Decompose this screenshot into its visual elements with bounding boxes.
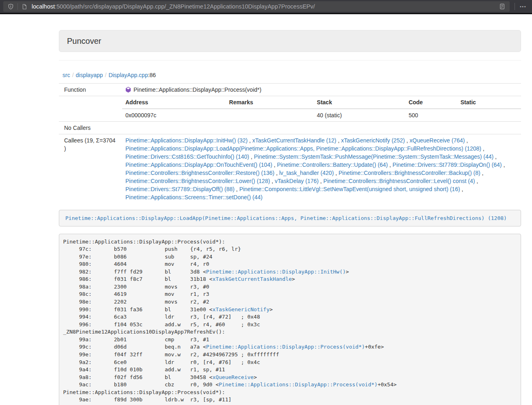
callee-link[interactable]: vTaskDelay (176) (275, 178, 319, 184)
callee-separator: , (460, 186, 463, 192)
breadcrumb-line-number: :86 (148, 72, 156, 78)
breadcrumb: src/displayapp/DisplayApp.cpp:86 (62, 71, 521, 79)
disassembly: Pinetime::Applications::DisplayApp::Proc… (59, 234, 521, 405)
callee-separator: , (388, 162, 393, 168)
callee-separator: , (274, 170, 279, 176)
callee-separator: , (480, 170, 484, 176)
asm-symbol-link[interactable]: Pinetime::Applications::DisplayApp::Proc… (206, 344, 365, 350)
callee-link[interactable]: Pinetime::Applications::Screens::Timer::… (125, 194, 263, 200)
asm-symbol-link[interactable]: xTaskGetCurrentTaskHandle (212, 276, 292, 282)
callees-line: Pinetime::Applications::DisplayApp::Load… (125, 144, 518, 153)
col-stack: Stack (314, 96, 405, 109)
callees-line: Pinetime::Controllers::BrightnessControl… (125, 177, 518, 185)
page-icon[interactable] (19, 4, 29, 10)
page-title: Puncover (67, 37, 101, 45)
callee-separator: , (272, 162, 277, 168)
breadcrumb-link-displayapp[interactable]: displayapp (76, 72, 103, 78)
breadcrumb-separator: / (70, 72, 76, 78)
callee-separator: , (249, 153, 254, 160)
code-value: 500 (405, 109, 457, 121)
callee-link[interactable]: xTaskGenericNotify (252) (341, 137, 405, 144)
url-text[interactable]: localhost:5000/path/src/displayapp/Displ… (32, 1, 497, 12)
reader-mode-icon[interactable] (497, 3, 507, 10)
page-content: Puncover src/displayapp/DisplayApp.cpp:8… (59, 30, 521, 405)
function-stats-table: Address Remarks Stack Code Static 0x0000… (122, 96, 521, 121)
callees-line: Pinetime::Applications::DisplayApp::OnTo… (125, 161, 518, 169)
callees-line: Pinetime::Drivers::St7789::DisplayOff() … (125, 185, 518, 193)
url-host: localhost (32, 3, 55, 10)
callee-link[interactable]: Pinetime::Components::LittleVgl::SetNewT… (239, 186, 460, 192)
symbol-cube-icon (125, 87, 131, 93)
col-static: Static (457, 96, 521, 109)
remarks-value (226, 109, 314, 121)
callees-line: Pinetime::Applications::Screens::Timer::… (125, 193, 518, 201)
toolbar-separator (515, 3, 515, 10)
callee-separator: , (475, 178, 478, 184)
callee-link[interactable]: Pinetime::Applications::DisplayApp::Load… (125, 145, 481, 152)
callees-row: Callees (19, Σ=3704 ) Pinetime::Applicat… (59, 134, 521, 204)
address-bar[interactable]: localhost:5000/path/src/displayapp/Displ… (3, 1, 510, 12)
function-stats-row: Address Remarks Stack Code Static 0x0000… (59, 96, 521, 122)
asm-symbol-link[interactable]: xTaskGenericNotify (212, 306, 269, 312)
breadcrumb-separator: / (103, 72, 109, 78)
url-path: :5000/path/src/displayapp/DisplayApp.cpp… (55, 3, 315, 10)
function-label: Function (59, 84, 122, 96)
static-value (457, 109, 521, 121)
meatball-menu-icon[interactable]: ••• (517, 1, 529, 12)
shield-icon[interactable] (6, 4, 16, 10)
asm-symbol-link[interactable]: Pinetime::Applications::DisplayApp::Proc… (219, 381, 377, 388)
callee-separator: , (248, 137, 252, 144)
callee-link[interactable]: Pinetime::Applications::DisplayApp::OnTo… (125, 162, 272, 168)
callee-separator: , (405, 137, 410, 144)
highlighted-callee-link[interactable]: Pinetime::Applications::DisplayApp::Load… (65, 215, 507, 221)
asm-symbol-link[interactable]: Pinetime::Applications::DisplayApp::Init… (206, 269, 346, 275)
col-remarks: Remarks (226, 96, 314, 109)
callee-separator: , (334, 170, 339, 176)
callee-link[interactable]: Pinetime::Controllers::BrightnessControl… (338, 170, 480, 176)
callee-separator: , (493, 153, 497, 160)
callee-link[interactable]: Pinetime::Drivers::St7789::DisplayOff() … (125, 186, 235, 192)
callee-separator: , (270, 178, 275, 184)
urlbar-separator (17, 3, 18, 10)
breadcrumb-link-file[interactable]: DisplayApp.cpp (108, 72, 148, 78)
stack-value: 40 (static) (314, 109, 405, 121)
function-name: Pinetime::Applications::DisplayApp::Proc… (134, 86, 261, 93)
callee-link[interactable]: Pinetime::System::SystemTask::PushMessag… (254, 153, 494, 160)
callee-separator: , (235, 186, 239, 192)
callee-link[interactable]: xQueueReceive (764) (409, 137, 465, 144)
callee-link[interactable]: lv_task_handler (420) (279, 170, 334, 176)
callee-link[interactable]: Pinetime::Drivers::St7789::DisplayOn() (… (392, 162, 502, 168)
highlighted-callee-panel: Pinetime::Applications::DisplayApp::Load… (59, 210, 521, 226)
col-code: Code (405, 96, 457, 109)
asm-symbol-link[interactable]: xQueueReceive (212, 374, 254, 380)
browser-toolbar: localhost:5000/path/src/displayapp/Displ… (0, 0, 532, 14)
callee-separator: , (502, 162, 505, 168)
function-row: Function Pinetime::Applications::Display… (59, 84, 521, 96)
callees-line: Pinetime::Applications::DisplayApp::Init… (125, 136, 518, 144)
callees-label: Callees (19, Σ=3704 ) (59, 134, 122, 204)
callee-separator: , (319, 178, 323, 184)
divider (59, 60, 521, 60)
callee-link[interactable]: Pinetime::Controllers::BrightnessControl… (125, 170, 274, 176)
callee-link[interactable]: Pinetime::Controllers::BrightnessControl… (323, 178, 475, 184)
brand-panel: Puncover (59, 30, 521, 52)
stats-value-row: 0x0000097c 40 (static) 500 (122, 109, 521, 121)
callee-separator: , (336, 137, 341, 144)
callee-link[interactable]: Pinetime::Applications::DisplayApp::Init… (125, 137, 248, 144)
callee-separator: , (465, 137, 468, 144)
callees-list: Pinetime::Applications::DisplayApp::Init… (122, 134, 521, 204)
callee-link[interactable]: Pinetime::Controllers::Battery::Update()… (277, 162, 388, 168)
address-value: 0x0000097c (122, 109, 226, 121)
breadcrumb-link-src[interactable]: src (62, 72, 70, 78)
no-callers-label: No Callers (59, 122, 122, 134)
no-callers-row: No Callers (59, 122, 521, 134)
callee-link[interactable]: Pinetime::Controllers::BrightnessControl… (125, 178, 270, 184)
callee-link[interactable]: Pinetime::Drivers::Cst816S::GetTouchInfo… (125, 153, 249, 160)
callee-separator: , (481, 145, 485, 152)
function-info-table: Function Pinetime::Applications::Display… (59, 83, 521, 203)
callees-line: Pinetime::Drivers::Cst816S::GetTouchInfo… (125, 153, 518, 161)
stats-header-row: Address Remarks Stack Code Static (122, 96, 521, 109)
callee-link[interactable]: xTaskGetCurrentTaskHandle (12) (252, 137, 336, 144)
col-address: Address (122, 96, 226, 109)
callees-line: Pinetime::Controllers::BrightnessControl… (125, 169, 518, 177)
